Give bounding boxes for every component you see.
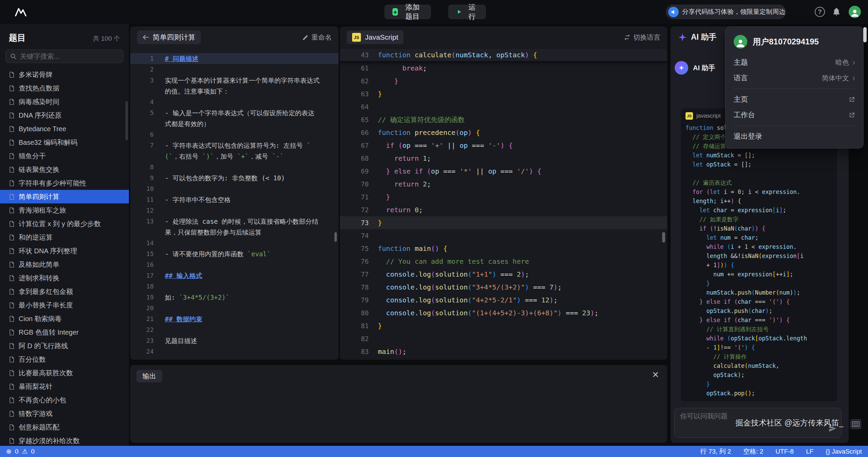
code-line[interactable]: let numStack = []; [681,151,837,160]
code-line[interactable]: length &&!isNaN(expression[i [681,252,837,261]
code-line[interactable]: 13- 处理除法 case 的时候，可以直接省略小数部分结 [130,216,339,227]
code-line[interactable]: // 计算直到遇到左括号 [681,325,837,334]
code-line[interactable]: 81} [340,319,667,332]
code-line[interactable]: while (i + 1 < expression. [681,242,837,252]
code-line[interactable]: (`，右括号 `)`，加号 `+`，减号 `-` [130,151,339,162]
code-line[interactable]: opStack); [681,371,837,380]
code-line[interactable]: while (opStack[opStack.length [681,334,837,343]
sidebar-item-problem[interactable]: Cion 勒索病毒 [0,312,129,325]
menu-item-home[interactable]: 主页 [726,92,863,107]
sidebar-item-problem[interactable]: 青海湖租车之旅 [0,203,129,217]
run-button[interactable]: 运行 [448,5,486,19]
code-line[interactable]: opStack.push(char); [681,306,837,316]
help-icon[interactable]: ? [815,7,825,17]
sidebar-item-problem[interactable]: 阿 D 的飞行路线 [0,339,129,353]
sidebar-item-problem[interactable]: 及格如此简单 [0,258,129,271]
code-line[interactable]: 23见题目描述 [130,335,339,346]
code-line[interactable]: 68 return 1; [340,152,667,165]
menu-item-theme[interactable]: 主题暗色› [726,55,863,70]
code-line[interactable]: 3实现一个基本的计算器来计算一个简单的字符串表达式 [130,75,339,86]
code-line[interactable]: 8 [130,162,339,173]
code-line[interactable]: 61 break; [340,62,667,75]
code-line[interactable]: 19如: `3+4*5/(3+2)` [130,292,339,303]
code-line[interactable]: 20 [130,303,339,314]
code-line[interactable]: 21## 数据约束 [130,314,339,324]
code-line[interactable]: opStack.pop(); [681,389,837,398]
app-logo[interactable] [14,5,28,19]
code-line[interactable]: 14 [130,238,339,249]
code-line[interactable]: 12 [130,205,339,216]
code-line[interactable]: 70 return 2; [340,178,667,191]
rename-button[interactable]: 重命名 [302,33,332,42]
problem-search[interactable] [5,49,123,63]
status-problems[interactable]: ⊗ 0 ⚠ 0 [6,448,38,455]
keyboard-toggle-button[interactable] [850,419,862,429]
sidebar-item-problem[interactable]: 猜数字游戏 [0,407,129,420]
sidebar-item-problem[interactable]: DNA 序列还原 [0,108,129,122]
code-line[interactable]: 76 // You can add more test cases here [340,255,667,268]
code-line[interactable]: 80 console.log(solution("(1+(4+5+2)-3)+(… [340,306,667,319]
menu-item-workspace[interactable]: 工作台 [726,107,863,123]
sidebar-item-problem[interactable]: 最小替换子串长度 [0,298,129,312]
sidebar-item-problem[interactable]: 百分位数 [0,353,129,366]
sidebar-item-problem[interactable]: 不再贪心的小包 [0,393,129,407]
sidebar-item-problem[interactable]: RGB 色值转 Integer [0,325,129,339]
code-line[interactable]: // 如果是数字 [681,215,837,224]
code-line[interactable]: 74 [340,229,667,242]
code-line[interactable]: let char = expression[i]; [681,206,837,215]
sidebar-item-problem[interactable]: 比赛最高获胜次数 [0,366,129,380]
language-mode[interactable]: {} JavaScript [826,448,862,455]
code-line[interactable]: 5- 输入是一个字符串表达式（可以假设所给定的表达 [130,107,339,118]
code-line[interactable]: } else if (char === '(') { [681,297,837,306]
encoding[interactable]: UTF-8 [775,448,794,455]
code-line[interactable] [681,169,837,178]
code-line[interactable]: - 1]!== '(') { [681,343,837,352]
code-line[interactable]: 1# 问题描述 [130,53,339,64]
code-line[interactable]: calculate(numStack, [681,361,837,371]
sidebar-item-problem[interactable]: 字符串有多少种可能性 [0,176,129,190]
code-line[interactable]: 16 [130,259,339,270]
code-line[interactable]: 式都是有效的） [130,118,339,129]
sidebar-item-problem[interactable]: 多米诺骨牌 [0,68,129,81]
code-line[interactable]: if (!isNaN(char)) { [681,224,837,233]
promo-banner[interactable]: 分享代码练习体验，领限量定制周边 [666,5,786,19]
code-line[interactable]: 2 [130,64,339,75]
code-line[interactable]: 78 console.log(solution("3+4*5/(3+2)") =… [340,281,667,294]
search-input[interactable] [20,53,119,60]
code-line[interactable]: } [681,279,837,288]
code-line[interactable]: 62 } [340,75,667,87]
code-line[interactable]: // 遍历表达式 [681,178,837,187]
code-line[interactable]: 4 [130,97,339,107]
code-line[interactable]: let opStack = []; [681,160,837,169]
code-line[interactable]: 65// 确定运算符优先级的函数 [340,113,667,126]
code-line[interactable]: 15- 请不要使用内置的库函数 `eval` [130,249,339,259]
code-line[interactable]: } else if (char === ')') { [681,316,837,325]
page-scrollbar[interactable] [863,27,867,42]
sidebar-item-problem[interactable]: Bytedance Tree [0,122,129,136]
output-tab[interactable]: 输出 [136,370,162,382]
code-line[interactable]: 75function main() { [340,242,667,255]
code-line[interactable]: 22 [130,324,339,335]
sidebar-item-problem[interactable]: 进制求和转换 [0,271,129,285]
code-line[interactable]: 67 if (op === '+' || op === '-') { [340,139,667,152]
description-scrollbar[interactable] [334,232,337,242]
sidebar-item-problem[interactable]: 环状 DNA 序列整理 [0,244,129,258]
eol-type[interactable]: LF [806,448,813,455]
code-line[interactable]: for (let i = 0; i < expression. [681,187,837,197]
code-line[interactable]: } [681,380,837,389]
code-line[interactable]: 72 return 0; [340,203,667,216]
indentation[interactable]: 空格: 2 [743,447,763,456]
language-tab[interactable]: JS JavaScript [347,31,404,44]
code-line[interactable]: 24 [130,346,339,357]
sidebar-item-problem[interactable]: 猫鱼分干 [0,149,129,163]
cursor-position[interactable]: 行 73, 列 2 [700,447,731,456]
code-line[interactable]: 10 [130,183,339,194]
sidebar-item-problem[interactable]: 链表聚焦交换 [0,163,129,176]
switch-language-button[interactable]: 切换语言 [624,33,660,42]
code-line[interactable]: 73} [340,216,667,229]
code-line[interactable]: 82 [340,332,667,345]
sidebar-item-problem[interactable]: 简单四则计算 [0,190,129,203]
sidebar-item-problem[interactable]: 查找热点数据 [0,81,129,95]
code-line[interactable]: 的值。注意事项如下： [130,86,339,97]
code-line[interactable]: 64 [340,100,667,113]
